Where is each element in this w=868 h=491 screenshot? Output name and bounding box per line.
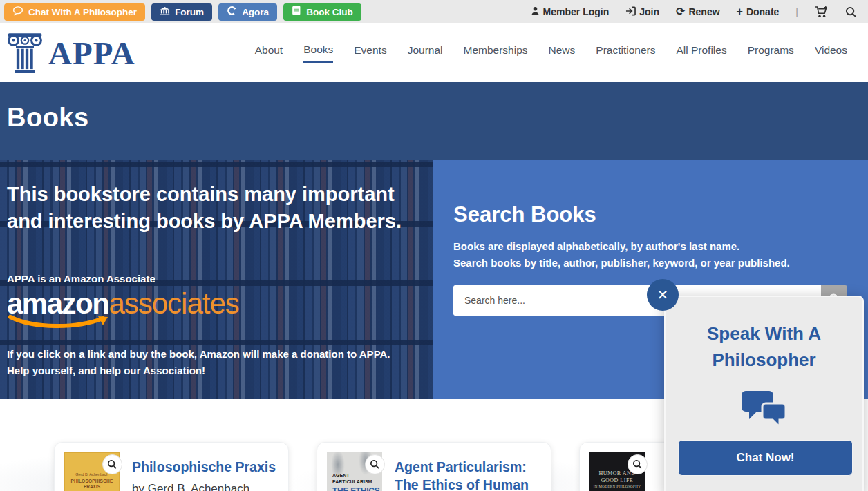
nav-all-profiles[interactable]: All Profiles bbox=[676, 44, 726, 62]
main-nav: About Books Events Journal Memberships N… bbox=[255, 44, 847, 63]
cart-button[interactable] bbox=[815, 6, 829, 18]
cover-line: THE ETHICS bbox=[332, 486, 382, 491]
search-desc-line2: Search books by title, author, publisher… bbox=[453, 255, 847, 271]
chat-widget: ✕ Speak With A Philosopher Chat Now! bbox=[664, 296, 864, 491]
bookstore-headline: This bookstore contains many important a… bbox=[7, 181, 415, 234]
book-card: AGENT PARTICULARISM: THE ETHICS Agent Pa… bbox=[317, 442, 551, 491]
chat-close-button[interactable]: ✕ bbox=[647, 279, 679, 311]
speech-bubble-icon bbox=[12, 6, 23, 18]
agora-ring-icon bbox=[227, 6, 237, 18]
book-info: Philosophische Praxis by Gerd B. Achenba… bbox=[132, 452, 276, 491]
bank-icon bbox=[160, 6, 170, 18]
cover-line: PHILOSOPHISCHE bbox=[67, 479, 117, 483]
nav-programs[interactable]: Programs bbox=[748, 44, 794, 62]
topbar: Chat With A Philosopher Forum Agora Book… bbox=[0, 0, 868, 23]
topbar-divider: | bbox=[795, 6, 798, 17]
donate-link[interactable]: + Donate bbox=[737, 6, 780, 17]
forum-button[interactable]: Forum bbox=[151, 3, 212, 21]
associates-wordmark: associates bbox=[108, 287, 238, 320]
cover-line: GOOD LIFE bbox=[589, 477, 645, 483]
refresh-icon: ⟳ bbox=[676, 6, 685, 17]
donate-label: Donate bbox=[746, 6, 779, 17]
join-label: Join bbox=[639, 6, 659, 17]
nav-events[interactable]: Events bbox=[354, 44, 386, 62]
page: Chat With A Philosopher Forum Agora Book… bbox=[0, 0, 868, 491]
agora-button[interactable]: Agora bbox=[218, 3, 277, 21]
column-icon bbox=[7, 29, 43, 77]
book-cover: AGENT PARTICULARISM: THE ETHICS bbox=[327, 452, 382, 491]
page-title-banner: Books bbox=[0, 82, 868, 160]
close-icon: ✕ bbox=[657, 287, 669, 303]
search-desc-line1: Books are displayed alphabetically, by a… bbox=[453, 238, 847, 255]
member-login-label: Member Login bbox=[543, 6, 610, 17]
member-login-link[interactable]: Member Login bbox=[531, 6, 610, 18]
nav-practitioners[interactable]: Practitioners bbox=[596, 44, 655, 62]
amazon-smile-icon bbox=[8, 315, 109, 333]
nav-books[interactable]: Books bbox=[303, 44, 333, 63]
book-info: Agent Particularism: The Ethics of Human… bbox=[395, 452, 541, 491]
sign-in-icon bbox=[625, 6, 636, 18]
nav-about[interactable]: About bbox=[255, 44, 283, 62]
chat-button-label: Chat With A Philosopher bbox=[28, 7, 137, 17]
nav-news[interactable]: News bbox=[549, 44, 576, 62]
nav-journal[interactable]: Journal bbox=[408, 44, 443, 62]
book-cover: Gerd B. Achenbach PHILOSOPHISCHE PRAXIS bbox=[64, 452, 120, 491]
renew-link[interactable]: ⟳ Renew bbox=[676, 6, 720, 17]
site-header: APPA About Books Events Journal Membersh… bbox=[0, 23, 868, 82]
chat-now-button[interactable]: Chat Now! bbox=[678, 440, 853, 476]
cover-zoom-button[interactable] bbox=[628, 454, 648, 474]
amazon-associate-label: APPA is an Amazon Associate bbox=[7, 273, 415, 285]
search-icon[interactable] bbox=[845, 6, 857, 18]
topbar-buttons: Chat With A Philosopher Forum Agora Book… bbox=[4, 3, 361, 21]
cover-zoom-button[interactable] bbox=[365, 454, 385, 474]
nav-videos[interactable]: Videos bbox=[815, 44, 847, 62]
topbar-links: Member Login Join ⟳ Renew + Donate | bbox=[531, 6, 857, 18]
amazon-associates-logo: amazonassociates bbox=[7, 287, 415, 327]
chat-with-philosopher-button[interactable]: Chat With A Philosopher bbox=[4, 3, 145, 21]
book-club-button-label: Book Club bbox=[306, 7, 353, 17]
search-books-title: Search Books bbox=[453, 202, 847, 227]
nav-memberships[interactable]: Memberships bbox=[464, 44, 528, 62]
forum-button-label: Forum bbox=[175, 7, 204, 17]
book-card: Gerd B. Achenbach PHILOSOPHISCHE PRAXIS … bbox=[54, 442, 289, 491]
logo-text: APPA bbox=[48, 35, 135, 72]
cover-line: IN MODERN PHILOSOPHY bbox=[589, 485, 645, 488]
plus-icon: + bbox=[737, 6, 743, 17]
chat-bubbles-icon bbox=[666, 389, 862, 430]
book-cover: HUMOR AND GOOD LIFE IN MODERN PHILOSOPHY bbox=[589, 452, 645, 491]
book-club-button[interactable]: Book Club bbox=[283, 3, 361, 21]
amazon-disclaimer: If you click on a link and buy the book,… bbox=[7, 346, 415, 379]
book-icon bbox=[292, 6, 301, 18]
book-author: by Gerd B. Achenbach bbox=[132, 482, 276, 491]
agora-button-label: Agora bbox=[242, 7, 269, 17]
cover-zoom-button[interactable] bbox=[102, 454, 122, 474]
join-link[interactable]: Join bbox=[625, 6, 659, 18]
renew-label: Renew bbox=[688, 6, 719, 17]
chat-widget-title: Speak With A Philosopher bbox=[680, 320, 847, 373]
hero-bookstore-panel: This bookstore contains many important a… bbox=[0, 160, 433, 399]
user-icon bbox=[531, 6, 540, 18]
book-title-link[interactable]: Agent Particularism: The Ethics of Human… bbox=[395, 458, 541, 491]
book-title-link[interactable]: Philosophische Praxis bbox=[132, 458, 276, 476]
appa-logo[interactable]: APPA bbox=[7, 29, 135, 77]
page-title: Books bbox=[7, 103, 89, 133]
cover-line: PARTICULARISM: bbox=[332, 479, 382, 484]
cover-line: PRAXIS bbox=[67, 484, 117, 489]
